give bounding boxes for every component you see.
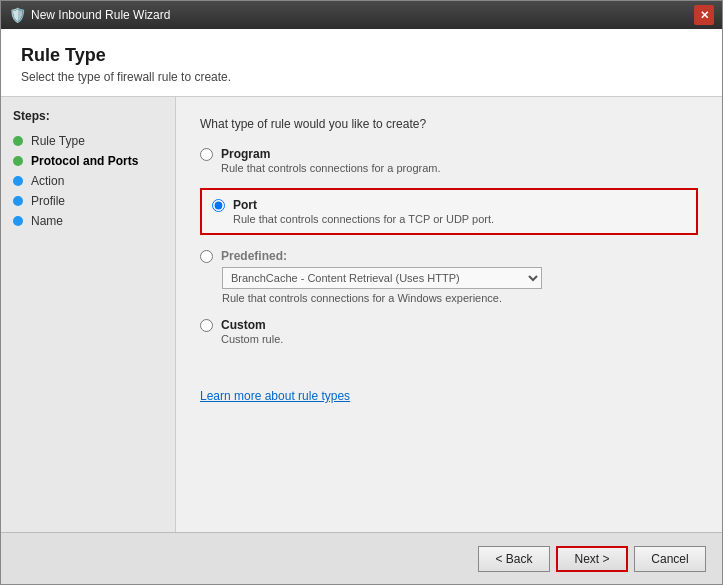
learn-more-link[interactable]: Learn more about rule types bbox=[200, 389, 350, 403]
sidebar-label-name: Name bbox=[31, 214, 63, 228]
program-desc: Rule that controls connections for a pro… bbox=[221, 162, 441, 174]
main-body: Steps: Rule Type Protocol and Ports Acti… bbox=[1, 97, 722, 532]
port-selected-box: Port Rule that controls connections for … bbox=[200, 188, 698, 235]
steps-label: Steps: bbox=[1, 109, 175, 131]
sidebar-label-protocol-ports: Protocol and Ports bbox=[31, 154, 138, 168]
titlebar-icon: 🛡️ bbox=[9, 7, 25, 23]
predefined-radio[interactable] bbox=[200, 250, 213, 263]
header-section: Rule Type Select the type of firewall ru… bbox=[1, 29, 722, 97]
sidebar-label-action: Action bbox=[31, 174, 64, 188]
cancel-button[interactable]: Cancel bbox=[634, 546, 706, 572]
custom-radio[interactable] bbox=[200, 319, 213, 332]
sidebar-item-protocol-ports[interactable]: Protocol and Ports bbox=[1, 151, 175, 171]
footer: < Back Next > Cancel bbox=[1, 532, 722, 584]
sidebar: Steps: Rule Type Protocol and Ports Acti… bbox=[1, 97, 176, 532]
dot-green-icon-2 bbox=[13, 156, 23, 166]
port-label: Port bbox=[233, 198, 494, 212]
sidebar-label-profile: Profile bbox=[31, 194, 65, 208]
port-desc: Rule that controls connections for a TCP… bbox=[233, 213, 494, 225]
close-button[interactable]: ✕ bbox=[694, 5, 714, 25]
predefined-content: Predefined: bbox=[221, 249, 287, 263]
sidebar-item-name[interactable]: Name bbox=[1, 211, 175, 231]
port-radio[interactable] bbox=[212, 199, 225, 212]
custom-option[interactable]: Custom Custom rule. bbox=[200, 318, 698, 345]
sidebar-item-rule-type[interactable]: Rule Type bbox=[1, 131, 175, 151]
predefined-label: Predefined: bbox=[221, 249, 287, 263]
predefined-controls: BranchCache - Content Retrieval (Uses HT… bbox=[200, 267, 698, 304]
custom-desc: Custom rule. bbox=[221, 333, 283, 345]
content-area: Rule Type Select the type of firewall ru… bbox=[1, 29, 722, 584]
dot-green-icon bbox=[13, 136, 23, 146]
predefined-section: Predefined: BranchCache - Content Retrie… bbox=[200, 249, 698, 304]
port-content: Port Rule that controls connections for … bbox=[233, 198, 494, 225]
page-title: Rule Type bbox=[21, 45, 702, 66]
program-radio[interactable] bbox=[200, 148, 213, 161]
titlebar: 🛡️ New Inbound Rule Wizard ✕ bbox=[1, 1, 722, 29]
next-button[interactable]: Next > bbox=[556, 546, 628, 572]
sidebar-label-rule-type: Rule Type bbox=[31, 134, 85, 148]
dot-blue-icon-2 bbox=[13, 196, 23, 206]
sidebar-item-action[interactable]: Action bbox=[1, 171, 175, 191]
question-text: What type of rule would you like to crea… bbox=[200, 117, 698, 131]
port-option[interactable]: Port Rule that controls connections for … bbox=[212, 198, 686, 225]
titlebar-title: New Inbound Rule Wizard bbox=[31, 8, 694, 22]
page-subtitle: Select the type of firewall rule to crea… bbox=[21, 70, 702, 84]
back-button[interactable]: < Back bbox=[478, 546, 550, 572]
predefined-select[interactable]: BranchCache - Content Retrieval (Uses HT… bbox=[222, 267, 542, 289]
program-option[interactable]: Program Rule that controls connections f… bbox=[200, 147, 698, 174]
custom-label: Custom bbox=[221, 318, 283, 332]
program-content: Program Rule that controls connections f… bbox=[221, 147, 441, 174]
predefined-desc: Rule that controls connections for a Win… bbox=[222, 292, 698, 304]
dot-blue-icon-3 bbox=[13, 216, 23, 226]
predefined-option[interactable]: Predefined: bbox=[200, 249, 698, 263]
custom-content: Custom Custom rule. bbox=[221, 318, 283, 345]
program-label: Program bbox=[221, 147, 441, 161]
dot-blue-icon bbox=[13, 176, 23, 186]
wizard-window: 🛡️ New Inbound Rule Wizard ✕ Rule Type S… bbox=[0, 0, 723, 585]
right-panel: What type of rule would you like to crea… bbox=[176, 97, 722, 532]
sidebar-item-profile[interactable]: Profile bbox=[1, 191, 175, 211]
